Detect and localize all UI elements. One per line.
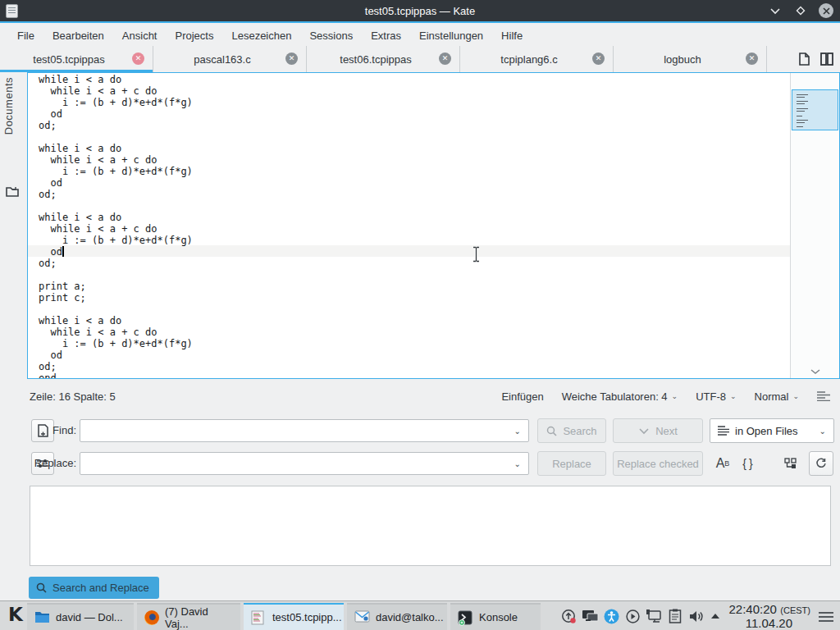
- tab-close-icon[interactable]: ✕: [746, 52, 758, 65]
- documents-sidebar: Documents: [0, 72, 27, 379]
- find-input[interactable]: ⌄: [80, 419, 529, 442]
- menu-projects[interactable]: Projects: [166, 26, 222, 45]
- window-title: test05.tcpippas — Kate: [0, 5, 840, 17]
- menu-einstellungen[interactable]: Einstellungen: [410, 26, 492, 45]
- insert-mode-button[interactable]: Einfügen: [501, 390, 543, 403]
- tab-test06-tcpippas[interactable]: test06.tcpippas ✕: [307, 46, 460, 72]
- search-scope-select[interactable]: in Open Files ⌄: [710, 418, 834, 443]
- tab-close-icon[interactable]: ✕: [132, 52, 144, 65]
- clipboard-tray-icon[interactable]: [664, 609, 686, 623]
- firefox-icon: [144, 610, 159, 625]
- kate-app-icon: [6, 4, 18, 18]
- search-button[interactable]: Search: [537, 418, 606, 443]
- close-icon[interactable]: [819, 3, 833, 18]
- menu-bearbeiten[interactable]: Bearbeiten: [43, 26, 113, 45]
- tab-pascal163-c[interactable]: pascal163.c ✕: [153, 46, 307, 72]
- editor-view: while i < a do while i < a + c do i := (…: [27, 72, 840, 379]
- accessibility-tray-icon[interactable]: [600, 609, 622, 624]
- tab-close-icon[interactable]: ✕: [592, 52, 605, 65]
- chevron-down-icon: ⌄: [730, 392, 737, 400]
- tab-tcpiplang6-c[interactable]: tcpiplang6.c ✕: [460, 46, 614, 72]
- next-button[interactable]: Next: [613, 418, 703, 443]
- folder-icon: [34, 610, 50, 624]
- replace-button[interactable]: Replace: [537, 451, 606, 476]
- tab-logbuch[interactable]: logbuch ✕: [614, 46, 767, 72]
- search-results-area[interactable]: [30, 486, 831, 566]
- menu-extras[interactable]: Extras: [362, 26, 410, 45]
- kate-document-icon: [251, 610, 267, 624]
- menubar: File Bearbeiten Ansicht Projects Lesezei…: [0, 25, 840, 46]
- taskbar: K david — Dol... (7) David Vaj... test05…: [0, 600, 840, 630]
- scroll-down-icon[interactable]: [791, 368, 839, 375]
- kde-launcher-icon[interactable]: K: [8, 604, 23, 625]
- taskbar-item-firefox[interactable]: (7) David Vaj...: [137, 603, 240, 630]
- text-area[interactable]: while i < a do while i < a + c do i := (…: [28, 73, 790, 378]
- new-document-icon[interactable]: [798, 52, 810, 66]
- match-case-icon[interactable]: AB: [712, 452, 733, 475]
- minimize-icon[interactable]: [768, 3, 783, 18]
- network-tray-icon[interactable]: [643, 609, 664, 623]
- replace-checked-button[interactable]: Replace checked: [613, 451, 703, 476]
- text-cursor: [62, 246, 64, 257]
- konsole-icon: [458, 610, 473, 624]
- kate-window: test05.tcpippas — Kate File Bearbeiten A…: [0, 0, 840, 630]
- menu-lesezeichen[interactable]: Lesezeichen: [222, 26, 300, 45]
- menu-sessions[interactable]: Sessions: [300, 26, 362, 45]
- editor-text[interactable]: while i < a do while i < a + c do i := (…: [28, 73, 790, 378]
- refresh-search-button[interactable]: [809, 451, 833, 476]
- search-and-replace-toolview-button[interactable]: Search and Replace: [29, 577, 159, 599]
- tab-close-icon[interactable]: ✕: [285, 52, 298, 65]
- minimap-view-indicator[interactable]: [792, 89, 838, 130]
- find-label: Find:: [27, 424, 76, 436]
- media-player-tray-icon[interactable]: [622, 609, 643, 624]
- taskbar-item-dolphin[interactable]: david — Dol...: [27, 603, 134, 630]
- updates-tray-icon[interactable]: [558, 609, 579, 624]
- chevron-down-icon: ⌄: [672, 392, 678, 400]
- documents-tab-label[interactable]: Documents: [2, 77, 15, 135]
- chevron-down-icon: ⌄: [792, 392, 799, 400]
- split-view-icon[interactable]: [820, 52, 833, 66]
- menu-ansicht[interactable]: Ansicht: [113, 26, 167, 45]
- titlebar: test05.tcpippas — Kate: [0, 0, 840, 23]
- scroll-up-icon[interactable]: [791, 76, 839, 83]
- maximize-icon[interactable]: [793, 3, 808, 18]
- menu-hilfe[interactable]: Hilfe: [492, 26, 532, 45]
- tabbar: test05.tcpippas ✕ pascal163.c ✕ test06.t…: [0, 46, 840, 72]
- expand-results-tree-icon[interactable]: [781, 452, 801, 475]
- taskbar-item-kate[interactable]: test05.tcpipp...: [244, 603, 344, 630]
- cursor-position-label[interactable]: Zeile: 16 Spalte: 5: [30, 390, 483, 403]
- statusbar: Zeile: 16 Spalte: 5 Einfügen Weiche Tabu…: [0, 379, 840, 413]
- digital-clock[interactable]: 22:40:20 (CEST) 11.04.20: [687, 603, 810, 630]
- displays-tray-icon[interactable]: [579, 609, 600, 623]
- documents-folder-icon[interactable]: [6, 185, 20, 198]
- replace-label: Replace:: [27, 457, 76, 469]
- encoding-button[interactable]: UTF-8⌄: [696, 390, 736, 403]
- menu-file[interactable]: File: [8, 26, 43, 45]
- regex-icon[interactable]: {}: [739, 452, 759, 475]
- list-icon: [718, 426, 729, 436]
- tab-test05-tcpippas[interactable]: test05.tcpippas ✕: [0, 46, 153, 72]
- panel-menu-icon[interactable]: [819, 609, 833, 624]
- syntax-mode-button[interactable]: Normal⌄: [755, 390, 799, 403]
- replace-input[interactable]: ⌄: [80, 452, 529, 475]
- mail-icon: [354, 610, 370, 624]
- tab-close-icon[interactable]: ✕: [439, 52, 451, 65]
- taskbar-item-konsole[interactable]: Konsole: [450, 603, 541, 630]
- minimap-scrollbar[interactable]: [790, 73, 839, 378]
- taskbar-item-mail[interactable]: david@talko...: [347, 603, 447, 630]
- statusbar-lines-icon[interactable]: [817, 391, 830, 401]
- tab-mode-button[interactable]: Weiche Tabulatoren: 4⌄: [562, 390, 678, 403]
- mouse-ibeam-cursor: [472, 246, 481, 262]
